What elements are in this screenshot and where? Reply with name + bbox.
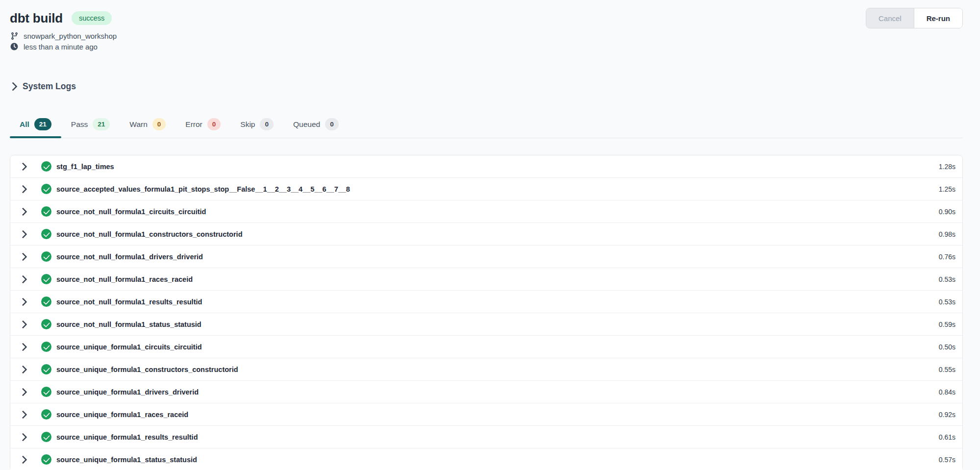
system-logs-label: System Logs: [23, 81, 76, 92]
chevron-right-icon: [10, 83, 16, 90]
node-name: source_unique_formula1_results_resultid: [56, 433, 198, 441]
run-meta: snowpark_python_workshop less than a min…: [0, 32, 980, 51]
expand-chevron-icon[interactable]: [20, 164, 26, 170]
run-time-ago: less than a minute ago: [24, 43, 98, 51]
clock-icon: [10, 42, 19, 51]
result-row[interactable]: source_not_null_formula1_status_statusid…: [10, 313, 962, 336]
tab-count-badge: 21: [34, 118, 51, 130]
result-row[interactable]: source_not_null_formula1_circuits_circui…: [10, 200, 962, 223]
expand-chevron-icon[interactable]: [20, 434, 26, 440]
node-name: source_unique_formula1_status_statusid: [56, 456, 197, 464]
run-actions-group: Cancel Re-run: [866, 8, 963, 28]
expand-chevron-icon[interactable]: [20, 389, 26, 395]
node-duration: 0.55s: [939, 366, 955, 373]
tab-skip[interactable]: Skip 0: [230, 112, 283, 138]
success-check-icon: [41, 229, 51, 239]
node-name: source_not_null_formula1_circuits_circui…: [56, 208, 206, 216]
tab-error[interactable]: Error 0: [176, 112, 230, 138]
node-name: stg_f1_lap_times: [56, 163, 114, 171]
node-name: source_unique_formula1_drivers_driverid: [56, 388, 199, 396]
expand-chevron-icon[interactable]: [20, 299, 26, 305]
node-name: source_accepted_values_formula1_pit_stop…: [56, 185, 350, 193]
system-logs-toggle[interactable]: System Logs: [10, 81, 76, 92]
result-row[interactable]: source_unique_formula1_results_resultid …: [10, 426, 962, 448]
expand-chevron-icon[interactable]: [20, 209, 26, 215]
success-check-icon: [41, 206, 51, 217]
node-duration: 0.84s: [939, 388, 955, 396]
tab-count-badge: 0: [152, 118, 166, 130]
tab-label: All: [20, 120, 29, 129]
expand-chevron-icon[interactable]: [20, 457, 26, 463]
node-duration: 0.59s: [939, 321, 955, 328]
tab-count-badge: 0: [325, 118, 339, 130]
expand-chevron-icon[interactable]: [20, 322, 26, 327]
result-row[interactable]: source_unique_formula1_drivers_driverid …: [10, 381, 962, 403]
node-name: source_not_null_formula1_drivers_driveri…: [56, 253, 203, 261]
result-row[interactable]: source_not_null_formula1_constructors_co…: [10, 223, 962, 246]
success-check-icon: [41, 274, 51, 284]
expand-chevron-icon[interactable]: [20, 231, 26, 237]
tab-label: Warn: [129, 120, 147, 129]
node-name: source_unique_formula1_circuits_circuiti…: [56, 343, 202, 351]
tab-count-badge: 21: [93, 118, 110, 130]
node-duration: 0.98s: [939, 230, 955, 238]
result-row[interactable]: source_unique_formula1_circuits_circuiti…: [10, 336, 962, 358]
expand-chevron-icon[interactable]: [20, 186, 26, 192]
tab-label: Queued: [293, 120, 320, 129]
success-check-icon: [41, 319, 51, 329]
result-row[interactable]: source_accepted_values_formula1_pit_stop…: [10, 178, 962, 200]
expand-chevron-icon[interactable]: [20, 276, 26, 282]
run-header: dbt build success Cancel Re-run: [0, 0, 980, 28]
success-check-icon: [41, 387, 51, 397]
expand-chevron-icon[interactable]: [20, 367, 26, 372]
success-check-icon: [41, 409, 51, 420]
success-check-icon: [41, 432, 51, 442]
rerun-button[interactable]: Re-run: [914, 8, 962, 28]
tab-count-badge: 0: [207, 118, 221, 130]
success-check-icon: [41, 342, 51, 352]
expand-chevron-icon[interactable]: [20, 254, 26, 260]
run-detail-page: dbt build success Cancel Re-run snowpark…: [0, 0, 980, 470]
run-results-list: stg_f1_lap_times 1.28s source_accepted_v…: [10, 155, 963, 470]
node-duration: 1.25s: [939, 185, 955, 193]
node-duration: 0.90s: [939, 208, 955, 216]
result-row[interactable]: source_unique_formula1_constructors_cons…: [10, 358, 962, 381]
node-duration: 0.57s: [939, 456, 955, 464]
expand-chevron-icon[interactable]: [20, 344, 26, 350]
node-duration: 0.53s: [939, 298, 955, 306]
success-check-icon: [41, 184, 51, 194]
branch-name: snowpark_python_workshop: [24, 32, 117, 40]
page-title: dbt build: [10, 11, 63, 26]
result-row[interactable]: source_unique_formula1_races_raceid 0.92…: [10, 403, 962, 426]
node-duration: 0.50s: [939, 343, 955, 351]
node-duration: 0.53s: [939, 275, 955, 283]
success-check-icon: [41, 251, 51, 262]
tab-label: Error: [185, 120, 202, 129]
node-name: source_not_null_formula1_constructors_co…: [56, 230, 243, 238]
result-row[interactable]: source_unique_formula1_status_statusid 0…: [10, 448, 962, 470]
success-check-icon: [41, 364, 51, 374]
tab-all[interactable]: All 21: [10, 112, 61, 138]
tab-warn[interactable]: Warn 0: [120, 112, 176, 138]
result-row[interactable]: source_not_null_formula1_results_resulti…: [10, 291, 962, 313]
result-row[interactable]: source_not_null_formula1_drivers_driveri…: [10, 246, 962, 268]
time-row: less than a minute ago: [10, 42, 980, 51]
node-duration: 1.28s: [939, 163, 955, 171]
success-check-icon: [41, 454, 51, 465]
success-check-icon: [41, 161, 51, 172]
tab-pass[interactable]: Pass 21: [61, 112, 120, 138]
node-name: source_not_null_formula1_results_resulti…: [56, 298, 202, 306]
node-duration: 0.92s: [939, 411, 955, 419]
node-name: source_not_null_formula1_status_statusid: [56, 321, 201, 328]
node-duration: 0.76s: [939, 253, 955, 261]
tab-label: Pass: [71, 120, 88, 129]
expand-chevron-icon[interactable]: [20, 412, 26, 418]
result-row[interactable]: stg_f1_lap_times 1.28s: [10, 155, 962, 178]
tab-queued[interactable]: Queued 0: [283, 112, 349, 138]
tab-label: Skip: [240, 120, 255, 129]
cancel-button[interactable]: Cancel: [866, 8, 914, 28]
node-name: source_not_null_formula1_races_raceid: [56, 275, 193, 283]
branch-row: snowpark_python_workshop: [10, 32, 980, 40]
result-row[interactable]: source_not_null_formula1_races_raceid 0.…: [10, 268, 962, 291]
git-branch-icon: [10, 32, 19, 40]
